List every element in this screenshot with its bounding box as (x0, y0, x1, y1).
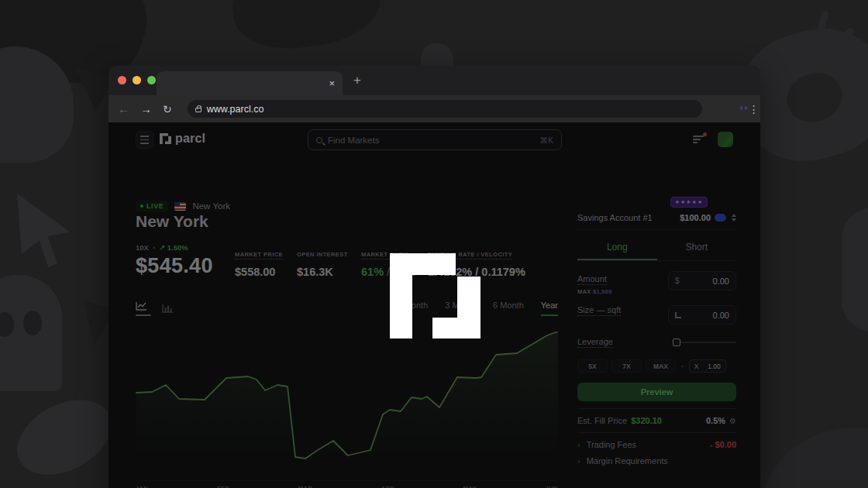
chart-axis-line (136, 480, 558, 481)
market-title: New York (136, 212, 208, 231)
brand-name: parcl (175, 132, 205, 146)
chevron-right-icon: › (577, 440, 580, 449)
leverage-5x-button[interactable]: 5X (577, 359, 608, 373)
live-badge: LIVE (136, 201, 168, 211)
reload-icon[interactable]: ↻ (163, 104, 172, 115)
new-tab-button[interactable]: + (353, 74, 361, 87)
axis-label: MAY (463, 485, 477, 488)
hamburger-menu-button[interactable] (136, 131, 153, 149)
price-chart[interactable] (136, 332, 558, 479)
margin-requirements-row[interactable]: › Margin Requirements (577, 456, 736, 466)
leverage-7x-button[interactable]: 7X (611, 359, 642, 373)
range-tab-6-month[interactable]: 6 Month (493, 301, 524, 314)
notifications-icon[interactable] (693, 134, 705, 145)
size-row: Size — sqft 0.00 (577, 305, 736, 325)
decor-circle-bottom-right (763, 428, 868, 488)
account-stars-badge: ★★★★★ (670, 197, 708, 208)
chart-month-axis: JAN FEB MAR APR MAY JUN (136, 485, 558, 488)
decor-cursor-icon (17, 194, 73, 267)
axis-label: JUN (545, 485, 558, 488)
breadcrumb-city: New York (192, 201, 230, 211)
amount-row: Amount MAX $1,000 $ 0.00 (577, 271, 736, 295)
trading-fees-value: - $0.00 (710, 440, 736, 449)
current-price: $545.40 (136, 254, 235, 278)
us-flag-icon (174, 202, 186, 211)
size-input[interactable]: 0.00 (668, 305, 736, 325)
select-arrows-icon[interactable] (732, 214, 736, 222)
search-shortcut-hint: ⌘K (539, 136, 553, 145)
market-badges: LIVE New York (136, 201, 230, 211)
leverage-max-button[interactable]: MAX (646, 359, 676, 373)
amount-value: 0.00 (713, 277, 729, 286)
back-icon[interactable]: ← (118, 103, 129, 115)
leverage-slider[interactable] (673, 339, 736, 346)
browser-tab-bar: × + (108, 66, 760, 95)
browser-menu-icon[interactable]: ⋮ (749, 103, 760, 115)
sqft-icon (675, 312, 681, 318)
line-chart-type-button[interactable] (136, 301, 156, 316)
slider-handle[interactable] (673, 339, 680, 346)
ghost-eye (23, 311, 42, 335)
profile-avatar[interactable] (718, 132, 733, 147)
amount-input[interactable]: $ 0.00 (668, 271, 736, 290)
decor-blob-top-mid (227, 0, 384, 57)
size-label: Size — sqft (577, 305, 621, 316)
axis-label: APR (381, 485, 394, 488)
forward-icon[interactable]: → (140, 103, 152, 115)
address-bar[interactable]: www.parcl.co (188, 100, 702, 118)
preview-button[interactable]: Preview (577, 383, 736, 401)
tab-close-icon[interactable]: × (329, 78, 335, 88)
leverage-quick-buttons: 5X 7X MAX • X 1.00 (577, 359, 736, 373)
zoom-window-button[interactable] (147, 76, 156, 84)
stat-open-interest: OPEN INTEREST $16.3K (297, 246, 361, 278)
lock-icon (195, 108, 202, 112)
search-input[interactable] (328, 136, 534, 145)
minimize-window-button[interactable] (133, 76, 141, 84)
divider (577, 229, 736, 230)
position-side-tabs: Long Short (577, 237, 736, 260)
parcl-logo-watermark (390, 253, 480, 339)
trading-fees-row[interactable]: › Trading Fees - $0.00 (577, 440, 736, 449)
tab-long[interactable]: Long (577, 237, 657, 260)
axis-label: MAR (298, 485, 313, 488)
leverage-row: Leverage (577, 337, 736, 348)
account-name: Savings Account #1 (577, 213, 653, 222)
browser-toolbar: ← → ↻ www.parcl.co ⋮ (108, 95, 760, 122)
max-amount[interactable]: $1,000 (593, 288, 612, 295)
range-tab-year[interactable]: Year (541, 301, 558, 316)
active-chart-type-underline (136, 314, 151, 316)
price-block: 10X • ↗ 1.50% $545.40 (136, 243, 235, 278)
gear-icon[interactable]: ⚙ (729, 417, 736, 425)
browser-tab[interactable]: × (157, 71, 343, 95)
decor-ghost-bottom-left (0, 275, 62, 391)
app-header: parcl ⌘K (108, 122, 760, 156)
bar-chart-type-button[interactable] (162, 304, 182, 313)
market-search[interactable]: ⌘K (308, 129, 562, 150)
ghost-eye (0, 312, 14, 337)
live-dot-icon (140, 204, 143, 208)
size-value: 0.00 (713, 311, 729, 320)
divider (577, 432, 736, 433)
est-fill-row: Est. Fill Price $320.10 0.5% ⚙ (577, 416, 736, 425)
multiplier-input[interactable]: X 1.00 (689, 359, 726, 373)
est-fill-price: $320.10 (631, 416, 662, 425)
url-text: www.parcl.co (207, 104, 264, 115)
parcl-brand[interactable]: parcl (160, 132, 205, 146)
axis-label: FEB (217, 485, 230, 488)
chart-area-fill (136, 332, 558, 479)
stat-market-price: MARKET PRICE $558.00 (235, 246, 297, 278)
account-selector[interactable]: Savings Account #1 $100.00 (577, 213, 736, 222)
trade-panel: ★★★★★ Savings Account #1 $100.00 Long Sh… (577, 197, 736, 466)
leverage-tag: 10X (136, 243, 149, 252)
multiplier-value: 1.00 (708, 363, 721, 370)
tab-short[interactable]: Short (657, 237, 737, 260)
close-window-button[interactable] (118, 76, 126, 84)
line-chart-icon (136, 301, 147, 311)
search-icon (316, 137, 322, 143)
leverage-label: Leverage (577, 337, 613, 348)
bar-chart-icon (162, 304, 174, 313)
chevron-right-icon: › (577, 456, 580, 466)
amount-label: Amount (577, 274, 607, 285)
slippage-value: 0.5% (706, 416, 725, 425)
window-controls (118, 76, 156, 84)
